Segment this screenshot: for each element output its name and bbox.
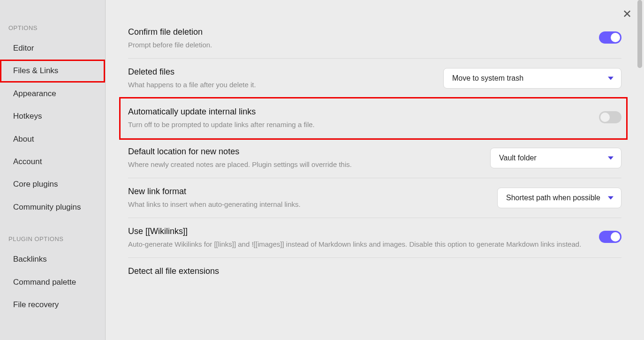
setting-control: Move to system trash: [443, 68, 621, 89]
sidebar-item-community-plugins[interactable]: Community plugins: [0, 196, 105, 219]
setting-info: Confirm file deletion Prompt before file…: [128, 27, 588, 50]
dropdown-default-location[interactable]: Vault folder: [490, 148, 621, 168]
toggle-knob: [611, 33, 620, 42]
setting-info: Default location for new notes Where new…: [128, 147, 479, 169]
toggle-confirm-delete[interactable]: [599, 31, 621, 44]
setting-title: Deleted files: [128, 67, 432, 77]
setting-control: Vault folder: [490, 148, 621, 168]
sidebar-item-appearance[interactable]: Appearance: [0, 83, 105, 105]
setting-desc: What links to insert when auto-generatin…: [128, 199, 486, 209]
dropdown-deleted-files[interactable]: Move to system trash: [443, 68, 621, 89]
sidebar: OPTIONS Editor Files & Links Appearance …: [0, 0, 106, 340]
setting-new-link-format: New link format What links to insert whe…: [128, 178, 621, 218]
chevron-down-icon: [608, 196, 614, 200]
setting-desc: Where newly created notes are placed. Pl…: [128, 159, 479, 169]
setting-info: Detect all file extensions: [128, 266, 621, 279]
highlighted-setting: Automatically update internal links Turn…: [121, 98, 626, 138]
toggle-knob: [611, 232, 620, 242]
setting-title: Automatically update internal links: [128, 107, 588, 117]
setting-control: [599, 231, 621, 245]
setting-info: New link format What links to insert whe…: [128, 187, 486, 209]
sidebar-section-options: OPTIONS: [0, 19, 105, 37]
setting-title: Default location for new notes: [128, 147, 479, 157]
setting-control: [599, 31, 621, 45]
setting-title: Use [[Wikilinks]]: [128, 227, 588, 236]
setting-desc: Prompt before file deletion.: [128, 40, 588, 50]
setting-confirm-delete: Confirm file deletion Prompt before file…: [128, 19, 621, 59]
sidebar-item-file-recovery[interactable]: File recovery: [0, 294, 105, 316]
sidebar-item-files-links[interactable]: Files & Links: [0, 60, 105, 82]
setting-detect-extensions: Detect all file extensions: [128, 258, 621, 287]
setting-desc: What happens to a file after you delete …: [128, 80, 432, 90]
sidebar-item-core-plugins[interactable]: Core plugins: [0, 173, 105, 196]
setting-info: Deleted files What happens to a file aft…: [128, 67, 432, 90]
setting-info: Use [[Wikilinks]] Auto-generate Wikilink…: [128, 227, 588, 249]
sidebar-item-backlinks[interactable]: Backlinks: [0, 248, 105, 271]
setting-deleted-files: Deleted files What happens to a file aft…: [128, 59, 621, 98]
dropdown-value: Shortest path when possible: [506, 194, 600, 202]
settings-window: OPTIONS Editor Files & Links Appearance …: [0, 0, 644, 340]
setting-title: Confirm file deletion: [128, 27, 588, 37]
sidebar-item-account[interactable]: Account: [0, 151, 105, 173]
setting-control: Shortest path when possible: [497, 188, 621, 208]
setting-title: Detect all file extensions: [128, 266, 621, 276]
setting-auto-update-links: Automatically update internal links Turn…: [128, 98, 621, 138]
sidebar-section-plugin-options: PLUGIN OPTIONS: [0, 230, 105, 248]
close-button[interactable]: ✕: [622, 8, 632, 20]
chevron-down-icon: [608, 157, 614, 160]
toggle-wikilinks[interactable]: [599, 231, 621, 243]
dropdown-value: Move to system trash: [452, 74, 523, 82]
toggle-auto-update-links[interactable]: [599, 111, 621, 123]
setting-control: [599, 111, 621, 125]
toggle-knob: [600, 113, 610, 122]
chevron-down-icon: [608, 77, 614, 80]
setting-desc: Turn off to be prompted to update links …: [128, 120, 588, 129]
setting-desc: Auto-generate Wikilinks for [[links]] an…: [128, 239, 588, 249]
dropdown-new-link-format[interactable]: Shortest path when possible: [497, 188, 621, 208]
sidebar-item-hotkeys[interactable]: Hotkeys: [0, 105, 105, 128]
sidebar-item-editor[interactable]: Editor: [0, 37, 105, 60]
setting-default-location: Default location for new notes Where new…: [128, 138, 621, 178]
setting-info: Automatically update internal links Turn…: [128, 107, 588, 129]
setting-wikilinks: Use [[Wikilinks]] Auto-generate Wikilink…: [128, 218, 621, 258]
sidebar-item-about[interactable]: About: [0, 128, 105, 151]
sidebar-item-command-palette[interactable]: Command palette: [0, 271, 105, 294]
settings-content: ✕ Confirm file deletion Prompt before fi…: [106, 0, 644, 340]
setting-title: New link format: [128, 187, 486, 196]
close-icon: ✕: [622, 8, 632, 20]
dropdown-value: Vault folder: [499, 154, 537, 162]
scrollbar-thumb[interactable]: [637, 0, 642, 68]
